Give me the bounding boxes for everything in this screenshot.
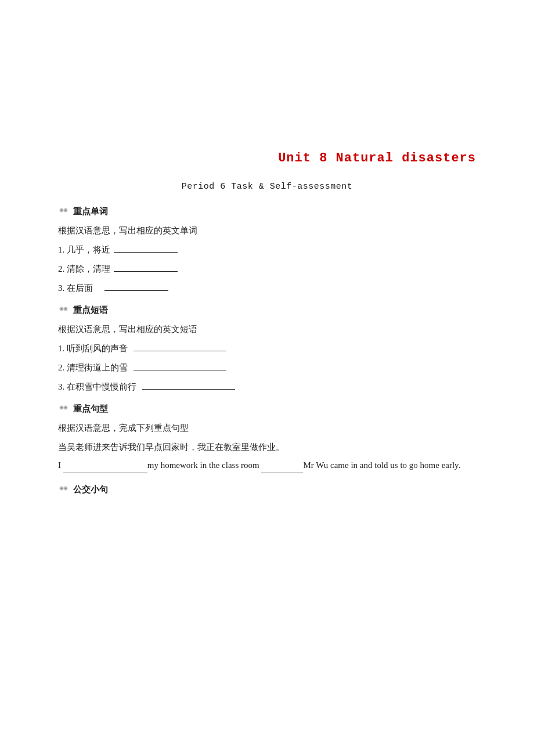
unit-title: Unit 8 Natural disasters (58, 151, 476, 165)
exercise-word-1: 1. 几乎，将近 (58, 244, 476, 255)
svg-point-3 (65, 210, 67, 211)
section-title-public-sentences: 公交小句 (73, 484, 108, 495)
blank-phrase-1[interactable] (134, 351, 226, 351)
section-title-key-phrases: 重点短语 (73, 305, 108, 316)
instruction-key-phrases: 根据汉语意思，写出相应的英文短语 (58, 324, 476, 335)
exercise-phrase-2: 2. 清理街道上的雪 (58, 362, 476, 373)
section-title-key-sentences: 重点句型 (73, 404, 108, 415)
blank-sentence-2[interactable] (261, 473, 303, 473)
svg-point-5 (61, 308, 63, 310)
instruction-key-sentences: 根据汉语意思，完成下列重点句型 (58, 423, 476, 434)
section-key-phrases: 重点短语 根据汉语意思，写出相应的英文短语 1. 听到刮风的声音 2. 清理街道… (58, 304, 476, 393)
exercise-word-2: 2. 清除，清理 (58, 264, 476, 275)
period-title: Period 6 Task & Self-assessment (58, 182, 476, 192)
blank-sentence-1[interactable] (63, 473, 147, 473)
svg-point-9 (61, 407, 63, 409)
instruction-key-words: 根据汉语意思，写出相应的英文单词 (58, 225, 476, 236)
section-header-key-phrases: 重点短语 (58, 304, 476, 316)
english-sentence: I my homework in the class room Mr Wu ca… (58, 458, 476, 473)
section-title-key-words: 重点单词 (73, 206, 108, 217)
blank-word-2[interactable] (114, 271, 178, 272)
svg-point-1 (61, 210, 63, 211)
section-key-sentences: 重点句型 根据汉语意思，完成下列重点句型 当吴老师进来告诉我们早点回家时，我正在… (58, 403, 476, 473)
english-part-2: my homework in the class room (147, 460, 262, 470)
dot-cluster-icon-4 (58, 484, 70, 495)
exercise-phrase-3: 3. 在积雪中慢慢前行 (58, 381, 476, 393)
svg-point-11 (65, 407, 67, 409)
section-header-key-words: 重点单词 (58, 206, 476, 217)
section-header-key-sentences: 重点句型 (58, 403, 476, 415)
blank-word-1[interactable] (114, 252, 178, 253)
dot-cluster-icon-3 (58, 403, 70, 415)
blank-phrase-3[interactable] (142, 389, 235, 390)
dot-cluster-icon-1 (58, 206, 70, 217)
chinese-sentence: 当吴老师进来告诉我们早点回家时，我正在教室里做作业。 (58, 442, 476, 453)
english-part-3: Mr Wu came in and told us to go home ear… (303, 460, 460, 470)
section-public-sentences: 公交小句 (58, 484, 476, 495)
page: Unit 8 Natural disasters Period 6 Task &… (0, 0, 534, 756)
svg-point-15 (65, 488, 67, 489)
blank-word-3[interactable] (104, 290, 168, 291)
english-part-1: I (58, 460, 63, 470)
exercise-phrase-1: 1. 听到刮风的声音 (58, 343, 476, 354)
exercise-word-3: 3. 在后面 (58, 283, 476, 294)
blank-phrase-2[interactable] (134, 370, 226, 370)
section-header-public-sentences: 公交小句 (58, 484, 476, 495)
dot-cluster-icon-2 (58, 304, 70, 316)
section-key-words: 重点单词 根据汉语意思，写出相应的英文单词 1. 几乎，将近 2. 清除，清理 … (58, 206, 476, 294)
svg-point-7 (65, 308, 67, 310)
svg-point-13 (61, 488, 63, 489)
